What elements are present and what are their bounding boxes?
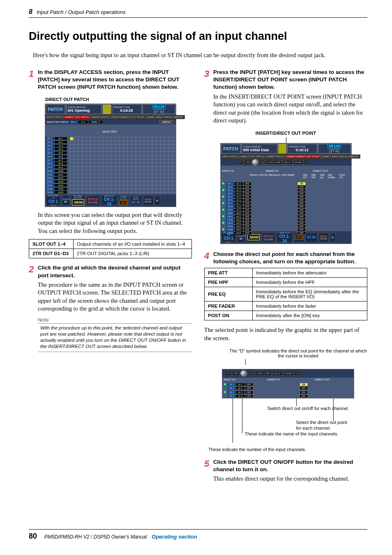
ss-tab[interactable]: DIRECT OUT PATCH xyxy=(64,115,90,119)
insert-onoff[interactable]: OFF xyxy=(245,391,253,394)
insert-onoff[interactable]: OFF xyxy=(243,208,251,212)
grid-row-label: CH 2ch 2 xyxy=(45,140,70,144)
step-title: In the DISPLAY ACCESS section, press the… xyxy=(38,69,192,91)
direct-out-onoff[interactable]: OFF xyxy=(297,205,306,208)
direct-out-onoff[interactable]: OFF xyxy=(300,387,308,390)
direct-out-onoff[interactable]: OFF xyxy=(297,225,306,228)
direct-out-onoff[interactable]: OFF xyxy=(297,192,306,195)
bottom-ch: CH 1 xyxy=(47,199,60,204)
chapter-title: Input Patch / Output Patch operations xyxy=(37,9,126,15)
row-ch: CH 5 xyxy=(226,196,234,198)
row-ch: CH 3 xyxy=(226,189,234,191)
row-name: ch 9 xyxy=(235,209,243,211)
ss-tab[interactable]: INSERT PATCH xyxy=(90,115,110,119)
direct-out-onoff[interactable]: OFF xyxy=(297,221,306,225)
direct-out-onoff[interactable]: OFF xyxy=(297,198,306,202)
ss-tab[interactable]: INSERT/DIRECT OUT POINT xyxy=(286,154,321,159)
send-button[interactable]: SEND xyxy=(72,199,84,205)
channel-row: CH11ch11OFFOFF xyxy=(221,215,351,218)
row-name: ch 4 xyxy=(236,395,244,397)
channel-row: CH 2ch 2OFFOFF xyxy=(222,386,354,390)
row-ch: CH 4 xyxy=(228,395,236,397)
step-number: 3 xyxy=(204,69,213,78)
direct-out-onoff[interactable]: OFF xyxy=(297,212,306,215)
step-2: 2 Click the grid at which the desired ch… xyxy=(29,264,192,313)
insert-onoff[interactable]: OFF xyxy=(243,189,251,192)
intro-text: Here's how the signal being input to an … xyxy=(33,52,367,59)
direct-out-point-table: PRE ATTImmediately before the attenuator… xyxy=(204,268,367,320)
direct-out-onoff[interactable]: OFF xyxy=(297,215,306,218)
insert-onoff[interactable]: OFF xyxy=(243,182,251,185)
ss-tab[interactable]: NAME xyxy=(145,115,155,119)
direct-out-onoff[interactable]: OFF xyxy=(300,391,308,394)
ss-tab[interactable]: INPUT PATCH LIBRARY xyxy=(330,154,360,159)
insert-onoff[interactable]: OFF xyxy=(243,221,251,225)
direct-out-onoff[interactable]: OFF xyxy=(297,195,306,198)
insert-onoff[interactable]: OFF xyxy=(243,212,251,215)
insert-onoff[interactable]: OFF xyxy=(243,202,251,205)
insert-onoff[interactable]: OFF xyxy=(243,185,251,189)
grid-row-label: CH 5ch 5 xyxy=(45,151,70,155)
row-ch: CH14 xyxy=(226,225,234,228)
slot-out-label: SLOT OUT xyxy=(103,130,117,133)
pair-icon xyxy=(221,218,226,221)
channel-row: CH 1ch 1OFFON xyxy=(222,382,354,387)
pair-icon xyxy=(223,391,227,394)
ss-tab[interactable]: DIRECT OUT PATCH xyxy=(240,154,266,159)
selected-slot: S101- 1 xyxy=(89,121,102,123)
insert-onoff[interactable]: OFF xyxy=(243,192,251,195)
direct-out-onoff[interactable]: OFF xyxy=(297,218,306,221)
insert-onoff[interactable]: OFF xyxy=(243,228,251,231)
direct-out-onoff[interactable]: OFF xyxy=(297,185,306,189)
direct-out-onoff[interactable]: OFF xyxy=(297,231,306,235)
ss-tab[interactable]: NAME xyxy=(321,154,330,159)
patch-grid[interactable] xyxy=(70,137,176,194)
insert-onoff[interactable]: OFF xyxy=(245,394,253,398)
ss-tab[interactable]: INPUT PATCH LIBRARY xyxy=(155,115,184,119)
selected-patch-label: SELECTED PATCH xyxy=(47,121,69,123)
direct-out-onoff[interactable]: OFF xyxy=(297,202,306,205)
direct-out-onoff[interactable]: OFF xyxy=(297,228,306,231)
ss-tab[interactable]: INSERT/DIRECT OUT POINT xyxy=(110,115,145,119)
ss-data: 001 Opening xyxy=(68,108,100,113)
insert-onoff[interactable]: OFF xyxy=(243,218,251,221)
meter-btn[interactable]: ST IN xyxy=(154,110,164,114)
channel-row: CH 5ch 5OFFOFF xyxy=(221,195,351,198)
row-name: ch 1 xyxy=(236,383,244,386)
meter-btn[interactable]: CH 1-24 xyxy=(327,144,341,148)
direct-out-onoff[interactable]: OFF xyxy=(300,394,308,398)
direct-out-onoff[interactable]: ON xyxy=(297,182,306,185)
note-block: Note With the procedure up to this point… xyxy=(38,317,192,352)
row-name: ch 6 xyxy=(235,199,243,201)
output-port-table: SLOT OUT 1–4 Output channels of an I/O c… xyxy=(29,239,192,258)
insert-onoff[interactable]: OFF xyxy=(245,387,253,390)
step-body: The procedure is the same as in the INPU… xyxy=(38,281,192,313)
direct-out-onoff[interactable]: OFF xyxy=(297,208,306,212)
insert-onoff[interactable]: OFF xyxy=(243,215,251,218)
meter-btn[interactable]: ST IN xyxy=(330,149,339,154)
insert-onoff[interactable]: OFF xyxy=(243,198,251,202)
ss-tab[interactable]: INSERT PATCH xyxy=(265,154,286,159)
ss-tab[interactable]: INPUT PATCH xyxy=(221,154,240,159)
insert-onoff[interactable]: OFF xyxy=(243,225,251,228)
insert-onoff[interactable]: OFF xyxy=(243,231,251,235)
library-button[interactable]: LIBRARY xyxy=(159,120,174,124)
insert-onoff[interactable]: OFF xyxy=(243,195,251,198)
direct-out-onoff[interactable]: ON xyxy=(300,383,308,386)
row-name: ch 1 xyxy=(235,182,243,185)
ss-tab[interactable]: INPUT PATCH xyxy=(46,115,64,119)
row-ch: CH 3 xyxy=(228,391,236,394)
insert-onoff[interactable]: OFF xyxy=(243,205,251,208)
pair-icon xyxy=(221,215,226,218)
pair-icon xyxy=(221,185,226,189)
insert-io-label: INSERT I/O xyxy=(266,170,279,172)
step-5: 5 Click the DIRECT OUT ON/OFF button for… xyxy=(204,458,367,483)
row-ch: CH 2 xyxy=(226,186,234,188)
meter-btn[interactable]: CH 1-24 xyxy=(152,104,165,109)
insert-onoff[interactable]: OFF xyxy=(245,383,253,386)
direct-out-onoff[interactable]: OFF xyxy=(297,189,306,192)
grid-row-label: CH 3ch 3 xyxy=(45,144,70,147)
screenshot-caption: DIRECT OUT PATCH xyxy=(45,97,192,102)
channel-row: CH 6ch 6OFFOFF xyxy=(221,198,351,202)
grid-row-label: CH16ch16 xyxy=(45,191,70,194)
